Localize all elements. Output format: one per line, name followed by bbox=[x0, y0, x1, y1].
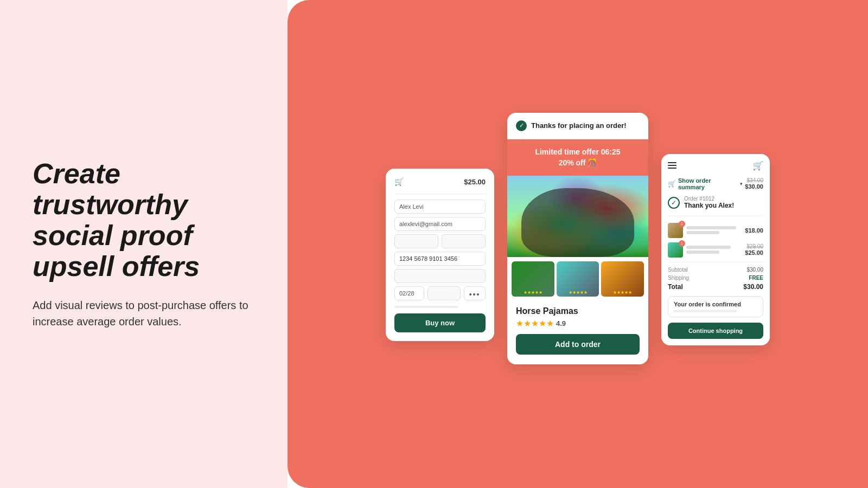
thumb-3[interactable]: ★★★★★ bbox=[601, 261, 644, 297]
continue-shopping-button[interactable]: Continue shopping bbox=[668, 323, 763, 339]
upsell-card: ✓ Thanks for placing an order! Limited t… bbox=[507, 113, 648, 364]
offer-line1: Limited time offer 06:25 bbox=[513, 147, 643, 158]
star-row: ★★★★★ 4.9 bbox=[516, 318, 640, 329]
confirmed-bar bbox=[674, 310, 737, 312]
subtotal-row: Subtotal $30.00 bbox=[668, 267, 763, 273]
order-item-2: 1 $29.00 $25.00 bbox=[668, 242, 763, 258]
email-field[interactable] bbox=[394, 217, 486, 231]
show-summary-text[interactable]: Show order summary bbox=[678, 177, 738, 190]
shipping-label: Shipping bbox=[668, 275, 689, 281]
totals-section: Subtotal $30.00 Shipping FREE Total $30.… bbox=[668, 262, 763, 291]
progress-bar bbox=[394, 306, 458, 308]
offer-banner: Limited time offer 06:25 20% off 🎊 bbox=[507, 139, 648, 176]
item-badge-1: 1 bbox=[679, 221, 685, 227]
product-info: Horse Pajamas ★★★★★ 4.9 Add to order bbox=[507, 301, 648, 364]
expiry-field[interactable] bbox=[394, 286, 424, 300]
total-value: $30.00 bbox=[743, 283, 763, 291]
thank-you-text: Thank you Alex! bbox=[684, 202, 734, 209]
name-bar-short-2 bbox=[686, 251, 719, 254]
thumbnail-row: ★★★★★ ★★★★★ ★★★★★ bbox=[507, 257, 648, 301]
item-image-1: 1 bbox=[668, 223, 683, 238]
shipping-row: Shipping FREE bbox=[668, 275, 763, 281]
cvv-placeholder bbox=[427, 286, 461, 300]
description: Add visual reviews to post-purchase offe… bbox=[33, 297, 255, 330]
price-old: $34.00 bbox=[745, 177, 763, 183]
thumb-stars-1: ★★★★★ bbox=[524, 290, 542, 295]
subtotal-value: $30.00 bbox=[746, 267, 763, 273]
price-new: $30.00 bbox=[745, 183, 763, 190]
chevron-down-icon: ▾ bbox=[740, 181, 743, 187]
horse-silhouette bbox=[521, 188, 634, 258]
field-placeholder-1 bbox=[394, 234, 438, 248]
buy-now-button[interactable]: Buy now bbox=[394, 313, 486, 332]
thumb-stars-3: ★★★★★ bbox=[613, 290, 632, 295]
checkmark-icon: ✓ bbox=[516, 120, 527, 131]
right-panel: 🛒 $25.00 ••• Buy now ✓ Thanks for placin… bbox=[288, 0, 868, 488]
hamburger-menu[interactable] bbox=[668, 162, 676, 169]
headline: Create trustworthy social proof upsell o… bbox=[33, 158, 255, 282]
thumb-2[interactable]: ★★★★★ bbox=[557, 261, 599, 297]
field-placeholder-2 bbox=[442, 234, 486, 248]
order-item-1: 1 $18.00 bbox=[668, 223, 763, 238]
summary-prices: $34.00 $30.00 bbox=[745, 177, 763, 190]
order-details: Order #1012 Thank you Alex! bbox=[684, 196, 734, 209]
total-label: Total bbox=[668, 283, 683, 291]
subtotal-label: Subtotal bbox=[668, 267, 688, 273]
confirmed-box: Your order is confirmed bbox=[668, 296, 763, 317]
more-dots: ••• bbox=[464, 286, 486, 300]
order-number: Order #1012 bbox=[684, 196, 734, 202]
name-bar-short bbox=[686, 231, 719, 234]
card1-header: 🛒 $25.00 bbox=[394, 177, 486, 186]
offer-line2: 20% off 🎊 bbox=[513, 158, 643, 169]
horse-image bbox=[507, 176, 648, 257]
check-icon: ✓ bbox=[668, 197, 680, 209]
product-name: Horse Pajamas bbox=[516, 306, 640, 316]
item-name-1 bbox=[686, 226, 742, 234]
thumb-1[interactable]: ★★★★★ bbox=[512, 261, 554, 297]
divider bbox=[394, 194, 486, 194]
rating-number: 4.9 bbox=[556, 319, 566, 328]
cart-small-icon: 🛒 bbox=[668, 180, 676, 188]
item-price-2: $25.00 bbox=[745, 249, 763, 256]
item-image-2: 1 bbox=[668, 242, 683, 258]
confirmation-card: 🛒 🛒 Show order summary ▾ $34.00 $30.00 ✓… bbox=[661, 154, 770, 345]
left-panel: Create trustworthy social proof upsell o… bbox=[0, 0, 288, 488]
name-bar-line bbox=[686, 226, 736, 229]
confirmed-title: Your order is confirmed bbox=[674, 301, 757, 307]
name-bar-line-2 bbox=[686, 246, 731, 249]
thumb-stars-2: ★★★★★ bbox=[569, 290, 588, 295]
item-price-2-old: $29.00 bbox=[745, 243, 763, 249]
order-summary-row: 🛒 Show order summary ▾ $34.00 $30.00 bbox=[668, 177, 763, 190]
shipping-value: FREE bbox=[749, 275, 763, 281]
form-row-1 bbox=[394, 234, 486, 248]
total-row: Total $30.00 bbox=[668, 283, 763, 291]
item-badge-2: 1 bbox=[679, 240, 685, 247]
card3-top: 🛒 bbox=[668, 160, 763, 171]
checkout-card: 🛒 $25.00 ••• Buy now bbox=[386, 169, 494, 341]
cart-icon-top[interactable]: 🛒 bbox=[752, 160, 763, 171]
left-content: Create trustworthy social proof upsell o… bbox=[33, 158, 255, 330]
item-name-2 bbox=[686, 246, 742, 254]
footer-row: ••• bbox=[394, 286, 486, 300]
card-number-field[interactable] bbox=[394, 252, 486, 266]
cart-price: $25.00 bbox=[464, 178, 486, 186]
card2-header: ✓ Thanks for placing an order! bbox=[507, 113, 648, 139]
address-field bbox=[394, 269, 486, 283]
add-to-order-button[interactable]: Add to order bbox=[516, 334, 640, 355]
cart-icon: 🛒 bbox=[394, 177, 404, 186]
stars: ★★★★★ bbox=[516, 318, 554, 329]
thanks-text: Thanks for placing an order! bbox=[531, 121, 627, 130]
item-prices-2: $29.00 $25.00 bbox=[745, 243, 763, 256]
name-field[interactable] bbox=[394, 200, 486, 214]
item-price-1: $18.00 bbox=[745, 227, 763, 234]
order-confirmed-section: ✓ Order #1012 Thank you Alex! bbox=[668, 196, 763, 216]
